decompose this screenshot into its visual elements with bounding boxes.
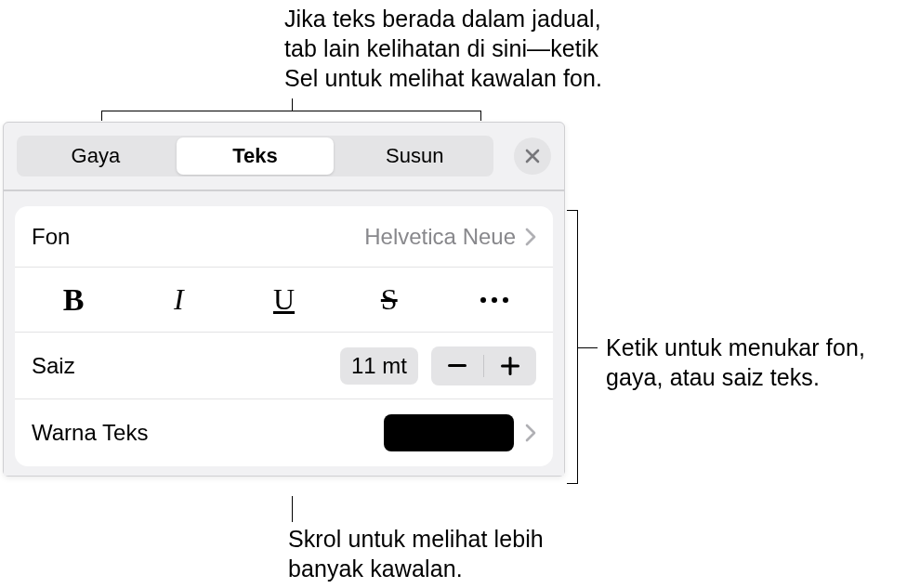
chevron-right-icon (525, 424, 536, 442)
size-label: Saiz (32, 353, 340, 379)
callout-tabs-note: Jika teks berada dalam jadual, tab lain … (284, 4, 619, 93)
font-style-row: B I U S (15, 268, 553, 333)
svg-rect-5 (509, 357, 512, 375)
text-color-label: Warna Teks (32, 420, 384, 446)
italic-button[interactable]: I (140, 278, 217, 322)
close-button[interactable] (514, 137, 551, 175)
panel-header: Gaya Teks Susun (4, 123, 564, 191)
strikethrough-button[interactable]: S (351, 278, 427, 322)
tab-text[interactable]: Teks (177, 137, 335, 175)
ellipsis-icon (479, 295, 510, 305)
chevron-right-icon (525, 228, 536, 246)
font-value: Helvetica Neue (364, 224, 516, 250)
tab-arrange[interactable]: Susun (335, 136, 493, 176)
text-format-panel: Gaya Teks Susun Fon Helvetica Neue B I (3, 122, 565, 477)
plus-icon (501, 357, 519, 375)
tab-group: Gaya Teks Susun (17, 136, 493, 176)
size-stepper (431, 346, 536, 385)
svg-point-1 (492, 297, 497, 303)
panel-body: Fon Helvetica Neue B I U S (4, 191, 564, 476)
size-row: Saiz 11 mt (15, 333, 553, 399)
size-decrease-button[interactable] (431, 346, 483, 385)
minus-icon (448, 364, 467, 368)
font-row[interactable]: Fon Helvetica Neue (15, 206, 553, 268)
more-options-button[interactable] (456, 278, 532, 322)
text-settings-card: Fon Helvetica Neue B I U S (15, 206, 553, 466)
bold-button[interactable]: B (35, 278, 112, 322)
text-color-swatch[interactable] (384, 414, 514, 451)
tab-style[interactable]: Gaya (17, 136, 175, 176)
svg-point-2 (503, 297, 508, 303)
size-value-field[interactable]: 11 mt (340, 347, 418, 385)
text-color-row[interactable]: Warna Teks (15, 399, 553, 466)
bracket-bottom (292, 496, 293, 522)
svg-point-0 (480, 297, 486, 303)
size-increase-button[interactable] (484, 346, 536, 385)
callout-font-controls: Ketik untuk menukar fon, gaya, atau saiz… (606, 333, 913, 392)
font-label: Fon (32, 224, 364, 250)
underline-button[interactable]: U (246, 278, 322, 322)
close-icon (524, 148, 541, 164)
svg-rect-3 (448, 364, 467, 367)
callout-scroll: Skrol untuk melihat lebih banyak kawalan… (288, 524, 585, 583)
